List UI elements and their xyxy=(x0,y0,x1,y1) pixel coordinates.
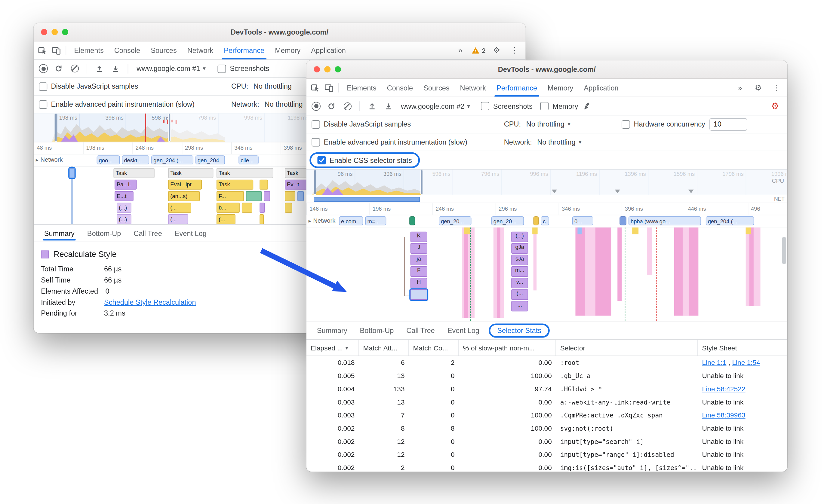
download-profile-icon[interactable] xyxy=(382,103,395,110)
summary-value[interactable]: Schedule Style Recalculation xyxy=(104,298,196,306)
flame-block[interactable]: Pa...L xyxy=(115,180,136,190)
network-request[interactable] xyxy=(533,216,539,225)
table-row[interactable]: 0.0021200.00input[type="search" i]Unable… xyxy=(306,435,787,448)
flame-block[interactable]: m... xyxy=(511,266,528,277)
network-request[interactable] xyxy=(409,216,415,225)
table-row[interactable]: 0.018620.00:rootLine 1:1 , Line 1:54 xyxy=(306,356,787,369)
flame-block[interactable]: Task xyxy=(113,168,154,178)
flame-block[interactable]: (...) xyxy=(511,232,528,242)
more-tabs-chevron[interactable]: » xyxy=(733,84,747,92)
table-row[interactable]: 0.0021200.00input[type="range" i]:disabl… xyxy=(306,448,787,461)
network-request[interactable]: clie... xyxy=(238,155,258,164)
flame-block[interactable]: (... xyxy=(511,289,528,300)
flame-block[interactable]: K xyxy=(411,232,427,242)
tab-summary[interactable]: Summary xyxy=(312,324,352,337)
profile-history-select[interactable]: www.google.com #1 ▾ xyxy=(133,65,209,73)
upload-profile-icon[interactable] xyxy=(365,103,379,110)
zoom-window-button[interactable] xyxy=(62,29,68,35)
flame-block[interactable]: (... xyxy=(168,203,191,213)
tab-elements[interactable]: Elements xyxy=(342,79,382,97)
network-request[interactable]: gen_20... xyxy=(439,216,471,225)
flame-block[interactable] xyxy=(285,203,292,213)
flame-block[interactable]: sJa xyxy=(511,255,528,265)
kebab-menu-icon[interactable]: ⋮ xyxy=(508,46,521,55)
flame-block[interactable] xyxy=(260,214,264,224)
network-request[interactable]: gen_204 xyxy=(196,155,225,164)
network-request[interactable]: c xyxy=(541,216,549,225)
zoom-window-button[interactable] xyxy=(335,66,341,73)
tab-sources[interactable]: Sources xyxy=(418,79,455,97)
network-request[interactable]: gen_204 (... xyxy=(706,216,754,225)
selected-flame-block[interactable] xyxy=(411,289,427,300)
tab-memory[interactable]: Memory xyxy=(542,79,579,97)
tab-event-log[interactable]: Event Log xyxy=(169,227,212,240)
tab-memory[interactable]: Memory xyxy=(270,41,306,59)
clear-icon[interactable] xyxy=(340,102,354,110)
upload-profile-icon[interactable] xyxy=(93,65,106,72)
settings-gear-icon[interactable]: ⚙ xyxy=(490,46,503,55)
more-tabs-chevron[interactable]: » xyxy=(453,46,468,54)
network-request[interactable]: deskt... xyxy=(122,155,149,164)
tab-network[interactable]: Network xyxy=(455,79,491,97)
stylesheet-link[interactable]: Line 58:42522 xyxy=(702,385,745,393)
tab-bottom-up[interactable]: Bottom-Up xyxy=(82,227,126,240)
flame-block[interactable]: (an...s) xyxy=(168,191,200,201)
table-row[interactable]: 0.00288100.00svg:not(:root)Unable to lin… xyxy=(306,422,787,435)
network-track-header[interactable]: ▸ Network xyxy=(36,156,63,163)
flame-block[interactable]: F xyxy=(411,266,427,277)
tab-console[interactable]: Console xyxy=(382,79,418,97)
column-header-match-co-[interactable]: Match Co... xyxy=(409,340,459,356)
tab-summary[interactable]: Summary xyxy=(39,227,80,240)
network-request[interactable]: 0... xyxy=(572,216,593,225)
network-request[interactable]: m=... xyxy=(365,216,386,225)
inspect-element-icon[interactable] xyxy=(309,79,322,97)
network-request[interactable] xyxy=(619,216,626,225)
minimize-window-button[interactable] xyxy=(324,66,330,73)
column-header-style-sheet[interactable]: Style Sheet xyxy=(698,340,787,356)
tab-sources[interactable]: Sources xyxy=(145,41,182,59)
stylesheet-link[interactable]: Line 1:1 xyxy=(702,359,727,367)
flame-block[interactable]: (... xyxy=(168,214,188,224)
tab-selector-stats[interactable]: Selector Stats xyxy=(489,324,550,338)
tab-event-log[interactable]: Event Log xyxy=(442,324,485,337)
collect-garbage-icon[interactable] xyxy=(581,102,594,110)
network-request[interactable]: goo... xyxy=(97,155,120,164)
flame-block[interactable]: b... xyxy=(216,203,240,213)
hardware-concurrency-input[interactable]: 10 xyxy=(709,118,747,130)
tab-elements[interactable]: Elements xyxy=(69,41,109,59)
column-header-elapsed-[interactable]: Elapsed ...▾ xyxy=(306,340,359,356)
stylesheet-link[interactable]: Line 1:54 xyxy=(732,359,760,367)
flame-block[interactable]: E...t xyxy=(115,191,133,201)
flame-block[interactable]: ... xyxy=(511,301,528,311)
flame-block[interactable]: Task xyxy=(168,168,213,178)
flame-block[interactable]: (... xyxy=(216,214,235,224)
table-row[interactable]: 0.00370100.00.CqmPRe:active .oXqZxc span… xyxy=(306,409,787,422)
tab-application[interactable]: Application xyxy=(306,41,351,59)
table-row[interactable]: 0.005130100.00.gb_Uc aUnable to link xyxy=(306,369,787,382)
screenshots-checkbox[interactable]: Screenshots xyxy=(218,64,269,73)
selection-handle-right[interactable] xyxy=(168,113,171,142)
flame-block[interactable]: J xyxy=(411,243,427,254)
memory-checkbox[interactable]: Memory xyxy=(540,102,578,110)
column-header--of-slow-path-non-m-[interactable]: % of slow-path non-m... xyxy=(459,340,556,356)
tab-network[interactable]: Network xyxy=(182,41,218,59)
advanced-paint-checkbox[interactable]: Enable advanced paint instrumentation (s… xyxy=(312,138,467,146)
selection-handle-left[interactable] xyxy=(314,169,316,195)
flame-block[interactable]: (...) xyxy=(117,203,131,213)
tab-console[interactable]: Console xyxy=(109,41,145,59)
timeline-overview[interactable]: 96 ms396 ms596 ms796 ms996 ms1196 ms1396… xyxy=(306,169,787,195)
tab-performance[interactable]: Performance xyxy=(219,41,270,59)
flame-block[interactable] xyxy=(297,191,304,201)
reload-and-record-icon[interactable] xyxy=(324,102,338,110)
settings-gear-icon[interactable]: ⚙ xyxy=(751,83,765,92)
main-thread-flame-chart[interactable]: KJjaFH(...)gJasJam...v...(...... xyxy=(306,228,787,322)
capture-settings-gear-icon[interactable]: ⚙ xyxy=(768,101,782,112)
vertical-scrollbar[interactable] xyxy=(782,237,786,264)
flame-block[interactable]: gJa xyxy=(511,243,528,254)
reload-and-record-icon[interactable] xyxy=(51,65,65,73)
flame-block[interactable]: (...) xyxy=(117,214,131,224)
hardware-concurrency-checkbox[interactable]: Hardware concurrency xyxy=(622,120,705,128)
disable-js-samples-checkbox[interactable]: Disable JavaScript samples xyxy=(39,82,138,91)
enable-css-selector-stats-checkbox[interactable]: Enable CSS selector stats xyxy=(317,156,412,164)
tab-call-tree[interactable]: Call Tree xyxy=(128,227,167,240)
